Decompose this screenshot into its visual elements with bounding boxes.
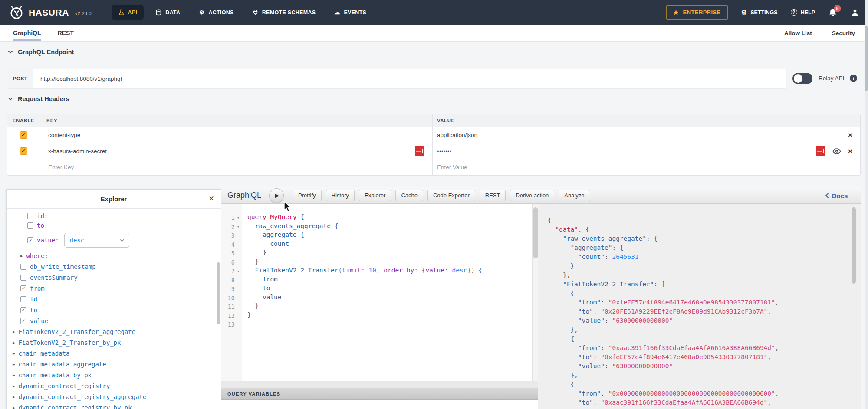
header-enabled-checkbox[interactable]: ✓ [20, 131, 27, 139]
sort-order-select[interactable]: desc [64, 233, 129, 248]
query-variables-bar[interactable]: QUERY VARIABLES [221, 388, 538, 400]
notifications-button[interactable]: 8 [828, 8, 838, 17]
help-button[interactable]: ? HELP [791, 9, 815, 16]
info-icon[interactable]: i [850, 75, 857, 82]
nav-item-data[interactable]: DATA [149, 5, 187, 20]
explorer-checkbox[interactable]: ✓ [20, 285, 26, 291]
line-number: 7 [224, 268, 235, 275]
execute-query-button[interactable]: ▶ [269, 188, 284, 203]
explorer-item-to[interactable]: ✓to [7, 304, 221, 315]
explorer-item-dynamic-contract-registry-by-pk[interactable]: ▶dynamic_contract_registry_by_pk [7, 402, 221, 409]
header-enabled-checkbox[interactable]: ✓ [20, 147, 27, 155]
header-value-input[interactable]: ••••••• [437, 148, 451, 154]
docs-button[interactable]: Docs [812, 187, 861, 204]
value-cell: •••••••× [432, 143, 860, 159]
response-scrollbar-thumb[interactable] [852, 207, 856, 284]
fold-arrow-icon[interactable]: ▾ [235, 269, 242, 273]
endpoint-section-toggle[interactable]: GraphQL Endpoint [8, 49, 74, 56]
brand[interactable]: HASURA v2.23.0 [9, 5, 92, 20]
explorer-checkbox[interactable]: ✓ [20, 318, 26, 324]
explorer-item-where-[interactable]: ▶where: [7, 250, 221, 261]
explorer-item-eventssummary[interactable]: eventsSummary [7, 272, 221, 283]
nav-item-remote-schemas[interactable]: REMOTE SCHEMAS [246, 5, 322, 20]
explorer-checkbox[interactable] [20, 264, 26, 270]
query-line: from [247, 276, 532, 285]
endpoint-url-input[interactable]: http://localhost:8080/v1/graphql [33, 69, 786, 88]
token [548, 399, 578, 406]
explorer-checkbox[interactable]: ✓ [27, 237, 33, 243]
explorer-scrollbar[interactable] [217, 262, 220, 324]
link-security[interactable]: Security [832, 30, 855, 36]
column-enable: ENABLE [7, 114, 39, 127]
close-icon[interactable]: × [209, 193, 214, 203]
explorer-checkbox[interactable] [20, 275, 26, 281]
toolbar-button-analyze[interactable]: Analyze [559, 190, 590, 201]
header-value-input[interactable]: application/json [437, 132, 477, 138]
toolbar-button-explorer[interactable]: Explorer [359, 190, 391, 201]
new-header-row: Enter KeyEnter Value [7, 159, 860, 175]
explorer-checkbox[interactable] [27, 222, 33, 229]
toolbar-button-derive-action[interactable]: Derive action [510, 190, 554, 201]
token: "FiatTokenV2_2_Transfer" [563, 281, 654, 288]
explorer-item-chain-metadata-aggregate[interactable]: ▶chain_metadata_aggregate [7, 359, 221, 370]
fold-arrow-icon[interactable]: ▾ [235, 225, 242, 229]
explorer-item-value[interactable]: ✓value [7, 315, 221, 326]
token: : { [612, 244, 623, 251]
new-header-value-input[interactable]: Enter Value [437, 164, 467, 170]
editor-scrollbar-thumb[interactable] [533, 207, 538, 258]
explorer-item-dynamic-contract-registry[interactable]: ▶dynamic_contract_registry [7, 380, 221, 391]
explorer-item-from[interactable]: ✓from [7, 283, 221, 294]
enterprise-button[interactable]: ★ ENTERPRISE [666, 5, 728, 20]
response-line: "to": "0x20FE51A9229EEf2cF8Ad9E89d91CAb9… [548, 308, 861, 317]
line-number: 12 [224, 312, 235, 319]
toolbar-button-code-exporter[interactable]: Code Exporter [427, 190, 475, 201]
explorer-item-id-[interactable]: id: [7, 211, 221, 221]
bar [422, 149, 423, 153]
explorer-item-fiattokenv2-2-transfer-aggregate[interactable]: ▶FiatTokenV2_2_Transfer_aggregate [7, 326, 221, 337]
toolbar-button-history[interactable]: History [326, 190, 355, 201]
editor-resize-strip[interactable] [221, 381, 538, 388]
explorer-item-to-[interactable]: to: [7, 221, 221, 230]
chevron-left-icon [825, 193, 829, 198]
explorer-panel: Explorer × id:to:✓value:desc▶where:db_wr… [6, 189, 221, 409]
remove-header-icon[interactable]: × [848, 131, 852, 139]
explorer-checkbox[interactable] [20, 296, 26, 302]
explorer-item-chain-metadata-by-pk[interactable]: ▶chain_metadata_by_pk [7, 370, 221, 380]
fold-arrow-icon[interactable]: ▾ [235, 216, 242, 220]
explorer-checkbox[interactable]: ✓ [20, 307, 26, 313]
nav-item-actions[interactable]: ⚙ACTIONS [192, 5, 240, 20]
explorer-item-fiattokenv2-2-transfer-by-pk[interactable]: ▶FiatTokenV2_2_Transfer_by_pk [7, 337, 221, 348]
explorer-item-value-[interactable]: ✓value:desc [7, 230, 221, 250]
token [548, 390, 578, 397]
remove-header-icon[interactable]: × [848, 147, 852, 155]
user-menu-button[interactable] [851, 8, 859, 17]
nav-item-events[interactable]: ☁EVENTS [327, 5, 373, 20]
explorer-item-chain-metadata[interactable]: ▶chain_metadata [7, 348, 221, 359]
toolbar-button-cache[interactable]: Cache [395, 190, 423, 201]
headers-section-toggle[interactable]: Request Headers [8, 95, 69, 102]
header-key-input[interactable]: content-type [48, 132, 80, 138]
new-header-key-input[interactable]: Enter Key [48, 164, 74, 170]
password-manager-icon[interactable] [415, 146, 424, 156]
query-variables-editor[interactable] [221, 400, 538, 409]
tab-rest[interactable]: REST [58, 25, 74, 41]
settings-button[interactable]: ⚙ SETTINGS [741, 9, 778, 16]
toolbar-button-rest[interactable]: REST [480, 190, 506, 201]
query-editor[interactable]: 1▾2▾34567▾8910111213 query MyQuery { raw… [221, 204, 532, 381]
response-pane: { "data": { "raw_events_aggregate": { "a… [538, 204, 861, 409]
eye-icon[interactable] [832, 148, 841, 154]
toolbar-button-prettify[interactable]: Prettify [293, 190, 321, 201]
explorer-checkbox[interactable] [27, 213, 33, 219]
password-manager-icon[interactable] [816, 146, 825, 156]
relay-api-toggle[interactable] [792, 73, 812, 84]
explorer-item-id[interactable]: id [7, 294, 221, 304]
editor-code[interactable]: query MyQuery { raw_events_aggregate { a… [242, 204, 532, 381]
explorer-item-dynamic-contract-registry-aggregate[interactable]: ▶dynamic_contract_registry_aggregate [7, 391, 221, 402]
tab-graphiql[interactable]: GraphiQL [13, 25, 41, 41]
nav-item-api[interactable]: API [112, 5, 144, 20]
link-allow-list[interactable]: Allow List [784, 30, 812, 36]
header-key-input[interactable]: x-hasura-admin-secret [48, 148, 107, 154]
enable-cell: ✓ [7, 143, 39, 159]
page-scrollbar-thumb[interactable] [865, 26, 868, 91]
explorer-item-db-write-timestamp[interactable]: db_write_timestamp [7, 261, 221, 272]
